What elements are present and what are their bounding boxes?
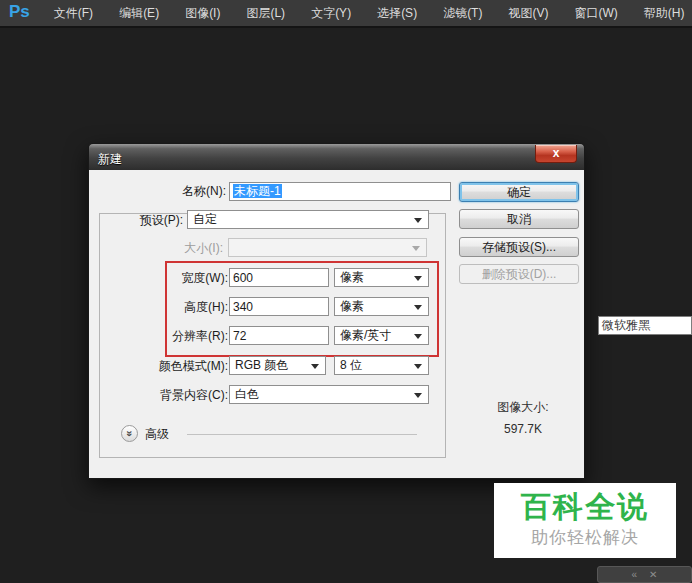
menu-filter[interactable]: 滤镜(T) (430, 0, 495, 26)
chevron-down-icon (412, 246, 420, 251)
color-mode-value: RGB 颜色 (235, 358, 288, 372)
font-name-value: 微软雅黑 (602, 318, 650, 332)
ok-button[interactable]: 确定 (459, 182, 579, 202)
width-label: 宽度(W): (109, 269, 228, 288)
menu-select[interactable]: 选择(S) (364, 0, 430, 26)
background-contents-label: 背景内容(C): (109, 386, 228, 405)
height-unit-value: 像素 (340, 299, 364, 313)
size-dropdown (228, 238, 427, 257)
cancel-button[interactable]: 取消 (459, 209, 579, 229)
height-unit-dropdown[interactable]: 像素 (334, 297, 429, 316)
height-input[interactable] (229, 297, 329, 316)
menu-help[interactable]: 帮助(H) (631, 0, 692, 26)
background-contents-value: 白色 (235, 387, 259, 401)
resolution-unit-value: 像素/英寸 (340, 328, 391, 342)
menu-image[interactable]: 图像(I) (172, 0, 233, 26)
photoshop-logo: Ps (0, 2, 41, 24)
width-input[interactable] (229, 268, 329, 287)
chevron-down-icon (414, 334, 422, 339)
menu-layer[interactable]: 图层(L) (233, 0, 298, 26)
rewind-icon[interactable]: « (632, 570, 638, 580)
menu-file[interactable]: 文件(F) (41, 0, 106, 26)
mini-control-bar[interactable]: « ✕ (597, 566, 692, 583)
preset-label: 预设(P): (109, 211, 183, 230)
height-label: 高度(H): (109, 298, 228, 317)
close-icon: x (553, 146, 560, 160)
chevron-down-icon (414, 218, 422, 223)
close-button[interactable]: x (535, 145, 577, 163)
resolution-input[interactable] (229, 326, 329, 345)
image-size-label: 图像大小: (467, 396, 579, 418)
chevron-down-icon (414, 305, 422, 310)
size-label: 大小(I): (109, 239, 223, 258)
watermark-title: 百科全说 (494, 490, 676, 524)
bit-depth-dropdown[interactable]: 8 位 (334, 356, 429, 375)
dialog-body: 名称(N): 未标题-1 预设(P): 自定 大小(I): 宽度(W): 像素 … (88, 170, 585, 479)
font-name-field[interactable]: 微软雅黑 (598, 316, 692, 335)
watermark-subtitle: 助你轻松解决 (494, 526, 676, 549)
resolution-label: 分辨率(R): (109, 327, 228, 346)
width-unit-value: 像素 (340, 270, 364, 284)
advanced-expander-button[interactable]: » (121, 425, 138, 442)
double-chevron-down-icon: » (124, 430, 135, 436)
chevron-down-icon (311, 364, 319, 369)
menu-type[interactable]: 文字(Y) (298, 0, 364, 26)
color-mode-label: 颜色模式(M): (109, 357, 228, 376)
name-label: 名称(N): (109, 182, 226, 201)
name-input[interactable]: 未标题-1 (229, 182, 451, 201)
preset-dropdown[interactable]: 自定 (187, 210, 429, 229)
menu-window[interactable]: 窗口(W) (561, 0, 630, 26)
preset-value: 自定 (193, 212, 217, 226)
advanced-label: 高级 (145, 425, 169, 443)
chevron-down-icon (414, 276, 422, 281)
image-size-readout: 图像大小: 597.7K (467, 396, 579, 440)
menu-edit[interactable]: 编辑(E) (106, 0, 172, 26)
dialog-title: 新建 (98, 151, 122, 168)
dialog-titlebar: 新建 x (88, 143, 585, 170)
menu-view[interactable]: 视图(V) (495, 0, 561, 26)
name-input-selected-text: 未标题-1 (233, 184, 282, 198)
image-size-value: 597.7K (467, 418, 579, 440)
delete-preset-button: 删除预设(D)... (459, 264, 579, 284)
chevron-down-icon (414, 364, 422, 369)
bit-depth-value: 8 位 (340, 358, 362, 372)
close-small-icon[interactable]: ✕ (649, 570, 657, 580)
resolution-unit-dropdown[interactable]: 像素/英寸 (334, 326, 429, 345)
new-document-dialog: 新建 x 名称(N): 未标题-1 预设(P): 自定 大小(I): 宽度(W)… (88, 143, 585, 479)
watermark-badge: 百科全说 助你轻松解决 (494, 483, 676, 558)
width-unit-dropdown[interactable]: 像素 (334, 268, 429, 287)
app-menubar: Ps 文件(F) 编辑(E) 图像(I) 图层(L) 文字(Y) 选择(S) 滤… (0, 0, 692, 28)
save-preset-button[interactable]: 存储预设(S)... (459, 237, 579, 257)
background-contents-dropdown[interactable]: 白色 (229, 385, 429, 404)
color-mode-dropdown[interactable]: RGB 颜色 (229, 356, 326, 375)
advanced-divider (187, 434, 417, 435)
chevron-down-icon (414, 393, 422, 398)
